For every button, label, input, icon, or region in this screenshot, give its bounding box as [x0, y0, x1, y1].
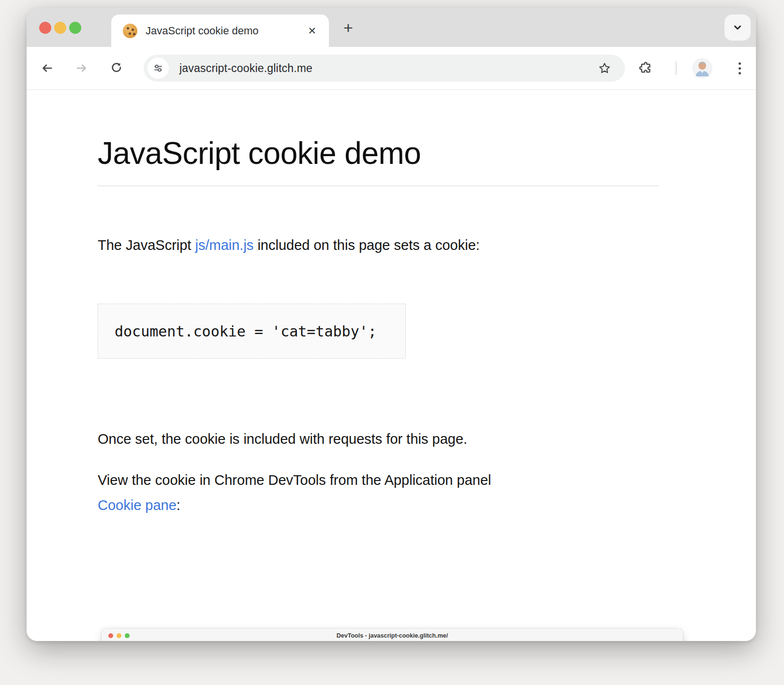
- page-title: JavaScript cookie demo: [98, 137, 659, 170]
- minimize-window-button[interactable]: [54, 22, 66, 34]
- close-window-button[interactable]: [39, 22, 51, 34]
- puzzle-icon: [639, 61, 652, 75]
- tab-strip: JavaScript cookie demo ✕ +: [27, 8, 756, 47]
- bookmark-button[interactable]: [597, 60, 612, 76]
- new-tab-button[interactable]: +: [339, 18, 358, 38]
- forward-button[interactable]: [71, 58, 92, 79]
- once-set-paragraph: Once set, the cookie is included with re…: [98, 426, 659, 452]
- intro-paragraph: The JavaScript js/main.js included on th…: [98, 233, 659, 258]
- view-cookie-paragraph: View the cookie in Chrome DevTools from …: [98, 467, 659, 518]
- toolbar-divider: [676, 61, 677, 75]
- reload-button[interactable]: [106, 58, 127, 79]
- site-settings-button[interactable]: [148, 58, 169, 79]
- code-snippet: document.cookie = 'cat=tabby';: [98, 323, 377, 340]
- back-button[interactable]: [36, 58, 58, 79]
- devtools-titlebar: DevTools - javascript-cookie.glitch.me/: [102, 628, 683, 641]
- extensions-button[interactable]: [635, 58, 656, 79]
- back-arrow-icon: [40, 61, 54, 75]
- tab-title: JavaScript cookie demo: [146, 25, 259, 37]
- url-text: javascript-cookie.glitch.me: [179, 62, 312, 75]
- star-icon: [598, 61, 611, 75]
- chevron-down-icon: [732, 22, 743, 33]
- heading-rule: [98, 186, 659, 186]
- browser-tab[interactable]: JavaScript cookie demo ✕: [111, 15, 329, 47]
- window-controls: [39, 22, 81, 34]
- browser-window: JavaScript cookie demo ✕ +: [27, 8, 756, 641]
- js-main-link[interactable]: js/main.js: [195, 237, 253, 253]
- browser-menu-button[interactable]: [729, 58, 750, 79]
- cookie-favicon-icon: [123, 24, 137, 38]
- reload-icon: [110, 61, 123, 75]
- close-tab-icon[interactable]: ✕: [306, 24, 318, 38]
- cookie-pane-link[interactable]: Cookie pane: [98, 497, 177, 513]
- browser-toolbar: javascript-cookie.glitch.me: [27, 47, 756, 90]
- address-bar[interactable]: javascript-cookie.glitch.me: [144, 55, 625, 82]
- devtools-screenshot: DevTools - javascript-cookie.glitch.me/: [102, 628, 683, 641]
- devtools-window-controls: [108, 633, 130, 638]
- tune-icon: [153, 63, 163, 73]
- page-viewport: JavaScript cookie demo The JavaScript js…: [27, 90, 756, 641]
- devtools-title: DevTools - javascript-cookie.glitch.me/: [337, 632, 448, 639]
- tab-search-button[interactable]: [725, 15, 751, 41]
- zoom-window-button[interactable]: [69, 22, 81, 34]
- profile-avatar[interactable]: [692, 58, 712, 78]
- code-block: document.cookie = 'cat=tabby';: [98, 304, 406, 359]
- forward-arrow-icon: [74, 61, 89, 75]
